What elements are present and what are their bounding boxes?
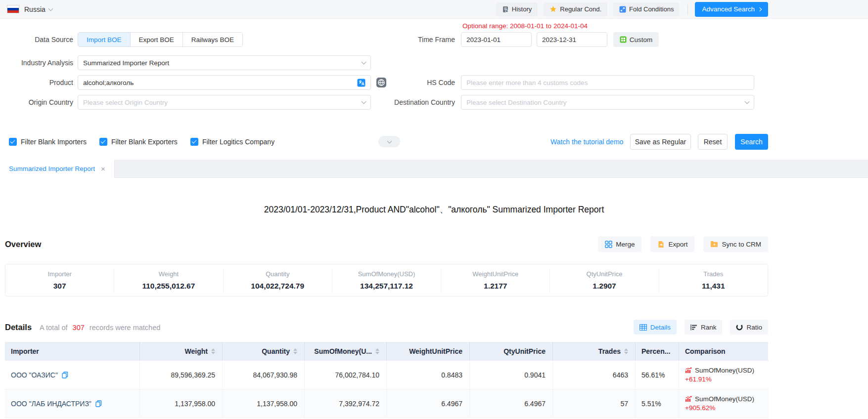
history-button[interactable]: History — [496, 2, 538, 16]
sync-to-crm-button[interactable]: Sync to CRM — [703, 236, 768, 252]
advanced-search-label: Advanced Search — [702, 5, 755, 13]
col-importer: Importer — [5, 342, 140, 361]
stat-label: Importer — [5, 270, 114, 278]
advanced-search-button[interactable]: Advanced Search — [695, 2, 768, 17]
col-weight[interactable]: Weight — [140, 342, 223, 361]
sync-to-crm-label: Sync to CRM — [722, 241, 761, 248]
product-input[interactable] — [83, 79, 357, 86]
filter-blank-importers-label: Filter Blank Importers — [21, 138, 87, 146]
stat-trades: Trades 11,431 — [659, 268, 768, 293]
fold-conditions-icon — [619, 6, 626, 13]
stat-value: 104,022,724.79 — [224, 282, 332, 291]
sort-icon[interactable] — [211, 348, 215, 354]
sort-icon[interactable] — [624, 348, 628, 354]
hs-code-field[interactable] — [461, 75, 754, 90]
checkbox-checked-icon[interactable] — [190, 138, 198, 146]
export-button[interactable]: Export — [650, 236, 694, 252]
topbar-divider — [687, 4, 688, 14]
filter-logitics-company-label: Filter Logitics Company — [202, 138, 274, 146]
custom-label: Custom — [630, 36, 653, 43]
comparison-change-value: +905.62% — [685, 404, 715, 412]
percent-cell: 56.61% — [636, 361, 679, 389]
history-label: History — [512, 5, 532, 13]
importer-name-link[interactable]: ООО "ЛАБ ИНДАСТРИЗ" — [11, 400, 91, 408]
col-comparison: Comparison — [679, 342, 768, 361]
export-icon — [657, 241, 665, 248]
industry-analysis-select[interactable]: Summarized Importer Report — [78, 55, 371, 70]
optional-range-text: Optional range: 2008-01-01 to 2024-01-04 — [462, 22, 588, 30]
product-field[interactable] — [78, 75, 371, 90]
hs-code-label: HS Code — [376, 75, 455, 90]
stat-qty-unit-price: QtyUnitPrice 1.2907 — [549, 268, 658, 293]
industry-analysis-label: Industry Analysis — [0, 55, 73, 70]
col-trades[interactable]: Trades — [553, 342, 636, 361]
data-source-import-boe[interactable]: Import BOE — [78, 33, 131, 46]
chevron-down-icon — [387, 138, 392, 143]
chevron-down-icon — [362, 99, 366, 104]
custom-range-button[interactable]: Custom — [613, 32, 659, 47]
collapse-conditions-toggle[interactable] — [378, 136, 400, 147]
translate-icon[interactable] — [357, 79, 365, 87]
fold-conditions-button[interactable]: Fold Conditions — [613, 2, 680, 16]
col-sum-of-money[interactable]: SumOfMoney(U... — [305, 342, 387, 361]
origin-country-label: Origin Country — [0, 95, 73, 110]
stat-label: Weight — [114, 270, 223, 278]
tab-summarized-importer-report[interactable]: Summarized Importer Report × — [0, 160, 115, 178]
origin-country-placeholder: Please select Origin Country — [83, 99, 362, 106]
checkbox-checked-icon[interactable] — [9, 138, 17, 146]
view-rank-button[interactable]: Rank — [685, 320, 723, 335]
filter-blank-exporters-checkbox[interactable]: Filter Blank Exporters — [99, 138, 178, 146]
filter-logitics-company-checkbox[interactable]: Filter Logitics Company — [190, 138, 274, 146]
comparison-metric-label: SumOfMoney(USD) — [695, 367, 754, 374]
merge-button[interactable]: Merge — [598, 236, 641, 252]
details-table: Importer Weight Quantity SumOfMoney(U...… — [5, 342, 768, 418]
data-source-label: Data Source — [0, 32, 73, 47]
overview-actions: Merge Export Sync to CRM — [598, 236, 768, 252]
view-ratio-button[interactable]: Ratio — [730, 320, 768, 335]
search-form: Optional range: 2008-01-01 to 2024-01-04… — [0, 19, 868, 160]
col-qty-unit-price: QtyUnitPrice — [470, 342, 553, 361]
importer-name-link[interactable]: ООО "ОАЗИС" — [11, 371, 58, 379]
destination-country-select[interactable]: Please select Destination Country — [461, 95, 754, 110]
table-row: ООО "ЛАБ ИНДАСТРИЗ" 1,137,958.00 1,137,9… — [5, 389, 768, 418]
view-rank-label: Rank — [701, 324, 717, 331]
data-source-export-boe[interactable]: Export BOE — [131, 33, 183, 46]
close-icon[interactable]: × — [101, 165, 105, 172]
search-button[interactable]: Search — [735, 134, 768, 150]
stat-label: SumOfMoney(USD) — [332, 270, 441, 278]
origin-country-select[interactable]: Please select Origin Country — [78, 95, 371, 110]
stat-value: 134,257,117.12 — [332, 282, 441, 291]
fold-conditions-label: Fold Conditions — [629, 5, 674, 13]
percent-cell: 5.51% — [636, 389, 679, 418]
details-heading: Details — [5, 323, 32, 332]
sum-cell: 76,002,784.10 — [305, 361, 387, 389]
country-selector-label[interactable]: Russia — [24, 5, 46, 13]
col-quantity[interactable]: Quantity — [223, 342, 305, 361]
sort-icon[interactable] — [293, 348, 297, 354]
hs-code-input[interactable] — [466, 79, 749, 86]
importer-cell: ООО "ОАЗИС" — [5, 361, 140, 389]
stat-importer: Importer 307 — [5, 268, 114, 293]
copy-icon[interactable] — [95, 400, 102, 407]
quantity-cell: 1,137,958.00 — [223, 389, 305, 418]
sort-icon[interactable] — [375, 348, 379, 354]
reset-button[interactable]: Reset — [698, 134, 728, 150]
date-start-field[interactable] — [461, 32, 532, 47]
checkbox-checked-icon[interactable] — [99, 138, 107, 146]
stat-weight-unit-price: WeightUnitPrice 1.2177 — [441, 268, 549, 293]
weight-cell: 1,137,958.00 — [140, 389, 223, 418]
date-end-field[interactable] — [537, 32, 607, 47]
russia-flag-icon — [7, 5, 19, 13]
stat-value: 11,431 — [659, 282, 768, 291]
filter-blank-importers-checkbox[interactable]: Filter Blank Importers — [9, 138, 87, 146]
regular-cond-button[interactable]: Regular Cond. — [544, 2, 607, 16]
data-source-railways-boe[interactable]: Railways BOE — [183, 33, 242, 46]
stat-value: 1.2907 — [550, 282, 658, 291]
stat-sum-of-money: SumOfMoney(USD) 134,257,117.12 — [332, 268, 441, 293]
chevron-down-icon[interactable] — [48, 6, 53, 11]
copy-icon[interactable] — [62, 372, 68, 378]
save-as-regular-button[interactable]: Save as Regular — [630, 134, 691, 150]
view-details-label: Details — [650, 324, 671, 331]
view-details-button[interactable]: Details — [634, 320, 677, 335]
tutorial-demo-link[interactable]: Watch the tutorial demo — [550, 134, 623, 150]
